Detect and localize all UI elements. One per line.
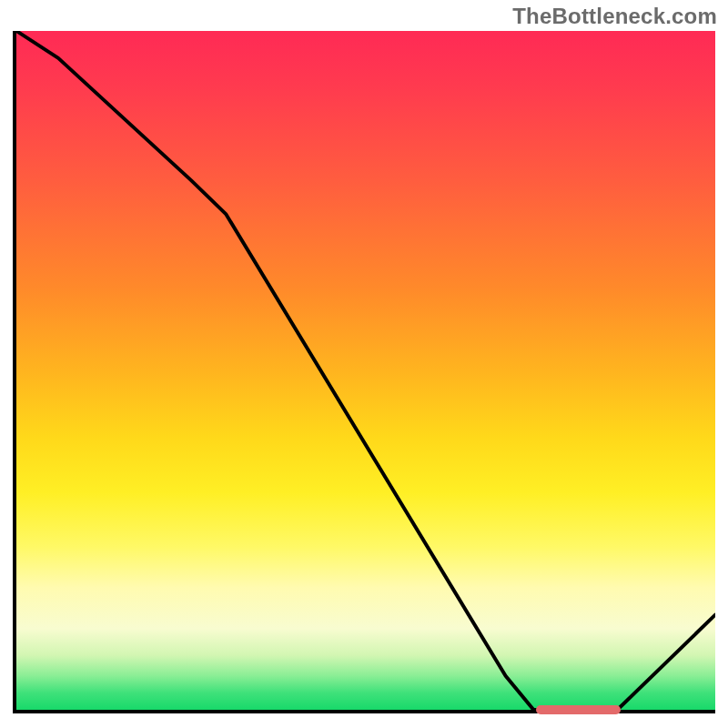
curve-path [16,31,715,710]
bottleneck-marker [536,705,621,714]
line-series [16,31,715,710]
watermark-text: TheBottleneck.com [512,4,717,29]
plot-area [13,31,715,713]
chart-stage: TheBottleneck.com [0,0,728,728]
